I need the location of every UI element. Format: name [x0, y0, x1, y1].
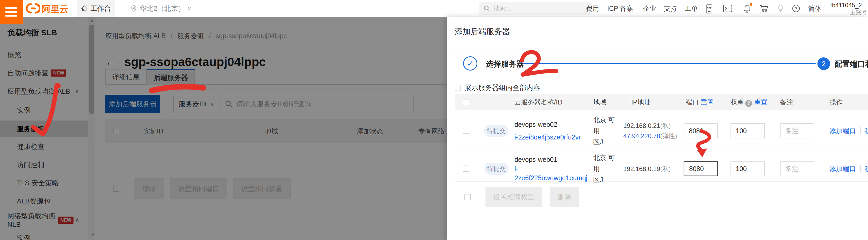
- set-same-weight-button[interactable]: 设置相同权重: [486, 187, 542, 207]
- ip-cell: 192.168.0.21(私) 47.94.220.78(弹性): [620, 121, 684, 141]
- notification-dot: [750, 3, 752, 6]
- table-row: 待提交 devops-web01 i-2ze6f225owewge1eumqj …: [455, 152, 868, 181]
- col-server-name-id: 云服务器名称/ID: [509, 98, 585, 107]
- row-actions: 添加端口移除: [830, 165, 868, 173]
- show-all-checkbox[interactable]: [455, 85, 461, 91]
- search-icon: [484, 5, 490, 12]
- show-all-label: 展示服务器组内全部内容: [465, 83, 540, 92]
- step1-done-circle: ✓: [463, 56, 477, 71]
- workbench-button[interactable]: 工作台: [77, 0, 115, 17]
- server-id-link[interactable]: i-2ze6f225owewge1eumqj: [515, 165, 587, 181]
- weight-input[interactable]: [731, 123, 765, 138]
- header-divider: [827, 4, 827, 13]
- nav-icp[interactable]: ICP 备案: [607, 0, 633, 17]
- weight-input[interactable]: [731, 161, 765, 176]
- lightbulb-icon[interactable]: [777, 4, 784, 14]
- show-all-row: 展示服务器组内全部内容: [455, 83, 540, 92]
- weight-help-icon[interactable]: ?: [745, 100, 752, 107]
- drawer-footer: 设置相同权重 删除: [455, 187, 579, 207]
- port-input-focused[interactable]: [684, 161, 718, 176]
- row-checkbox[interactable]: [463, 128, 469, 134]
- nav-billing[interactable]: 费用: [586, 0, 599, 17]
- workbench-label: 工作台: [91, 4, 111, 13]
- mobile-app-icon[interactable]: APP: [705, 4, 713, 15]
- col-ip: IP地址: [620, 97, 684, 108]
- remark-input[interactable]: [780, 161, 814, 176]
- brand-name[interactable]: 阿里云: [42, 3, 68, 15]
- server-name: devops-web01: [515, 156, 557, 163]
- region-label: 华北2（北京）: [140, 4, 185, 13]
- account-name: tb411045_2...: [830, 2, 867, 9]
- modal-dim-overlay[interactable]: [0, 17, 447, 240]
- col-remark: 备注: [780, 98, 830, 107]
- add-port-link[interactable]: 添加端口: [830, 165, 856, 172]
- cart-icon[interactable]: [759, 4, 769, 14]
- drawer-divider: [447, 48, 868, 48]
- console-terminal-icon[interactable]: [723, 4, 732, 14]
- server-name-id: devops-web02 i-2zei8qe4j5sze0rfu2vr: [509, 118, 585, 143]
- nav-enterprise[interactable]: 企业: [643, 0, 656, 17]
- header-divider: [72, 4, 72, 13]
- nav-support[interactable]: 支持: [664, 0, 677, 17]
- svg-text:?: ?: [795, 6, 797, 11]
- row-actions: 添加端口移除: [830, 127, 868, 135]
- port-input[interactable]: [684, 123, 718, 138]
- top-header: 阿里云 工作台 华北2（北京） ∨ 费用 ICP 备案 企业 支持 工单 APP…: [0, 0, 868, 17]
- account-type: 主账号: [830, 9, 867, 16]
- language-toggle[interactable]: 简体: [808, 0, 822, 17]
- step-connector-line: [523, 63, 815, 64]
- step1-label: 选择服务器: [486, 59, 524, 69]
- drawer-select-all-checkbox[interactable]: [463, 99, 469, 105]
- location-pin-icon: [130, 5, 137, 12]
- add-port-link[interactable]: 添加端口: [830, 127, 856, 134]
- weight-reset-link[interactable]: 重置: [754, 98, 767, 105]
- region-picker[interactable]: 华北2（北京） ∨: [130, 0, 191, 17]
- home-icon: [81, 5, 88, 12]
- account-menu[interactable]: tb411045_2... 主账号: [830, 2, 867, 16]
- server-name: devops-web02: [515, 121, 557, 128]
- col-region: 地域: [585, 97, 620, 108]
- header-search[interactable]: [479, 2, 591, 15]
- chevron-down-icon: ∨: [187, 5, 191, 11]
- step2-label: 配置端口和权重: [835, 59, 868, 69]
- nav-tickets[interactable]: 工单: [685, 0, 698, 17]
- server-id-link[interactable]: i-2zei8qe4j5sze0rfu2vr: [515, 133, 581, 141]
- row-checkbox[interactable]: [463, 166, 469, 172]
- remove-link[interactable]: 移除: [865, 165, 868, 172]
- drawer-table: 云服务器名称/ID 地域 IP地址 端口 重置 权重?重置 备注 操作 待提交 …: [455, 94, 868, 181]
- check-icon: ✓: [467, 59, 473, 68]
- public-ip-link[interactable]: 47.94.220.78: [623, 132, 660, 139]
- status-badge: 待提交: [484, 125, 508, 137]
- notifications-bell-icon[interactable]: [743, 4, 751, 14]
- status-badge: 待提交: [484, 163, 508, 175]
- ip-cell: 192.168.0.19(私): [620, 164, 684, 174]
- region-cell: 北京 可用区J: [585, 114, 620, 147]
- add-backend-servers-drawer: 添加后端服务器 ✓ 选择服务器 2 配置端口和权重 展示服务器组内全部内容 云服…: [447, 17, 868, 240]
- port-reset-link[interactable]: 重置: [701, 98, 714, 106]
- step2-circle: 2: [817, 57, 830, 70]
- col-port: 端口 重置: [684, 98, 731, 107]
- aliyun-logo-icon[interactable]: [26, 2, 40, 15]
- drawer-table-header: 云服务器名称/ID 地域 IP地址 端口 重置 权重?重置 备注 操作: [455, 94, 868, 110]
- col-weight: 权重?重置: [731, 97, 780, 107]
- drawer-title: 添加后端服务器: [455, 26, 510, 37]
- drawer-footer-checkbox[interactable]: [464, 194, 471, 200]
- server-name-id: devops-web01 i-2ze6f225owewge1eumqj: [509, 155, 585, 183]
- svg-text:APP: APP: [707, 7, 712, 9]
- header-search-input[interactable]: [493, 5, 583, 12]
- remove-link[interactable]: 移除: [865, 127, 868, 134]
- remark-input[interactable]: [780, 123, 814, 138]
- col-actions: 操作: [830, 98, 868, 107]
- delete-button[interactable]: 删除: [550, 187, 579, 207]
- region-cell: 北京 可用区J: [585, 152, 620, 185]
- help-icon[interactable]: ?: [792, 4, 800, 14]
- step-indicator: ✓ 选择服务器 2 配置端口和权重: [447, 56, 868, 71]
- table-row: 待提交 devops-web02 i-2zei8qe4j5sze0rfu2vr …: [455, 110, 868, 152]
- hamburger-menu-button[interactable]: [0, 0, 23, 24]
